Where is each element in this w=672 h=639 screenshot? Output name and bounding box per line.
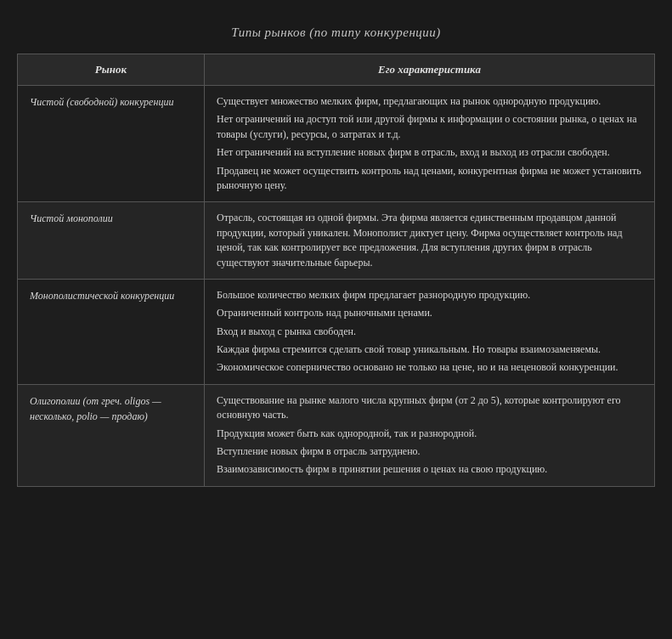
table-row: Чистой монополииОтрасль, состоящая из од…: [18, 202, 655, 280]
table-row: Олигополии (от греч. oligos — несколько,…: [18, 384, 655, 486]
market-table: Рынок Его характеристика Чистой (свободн…: [17, 54, 655, 487]
characteristic-item: Экономическое соперничество основано не …: [217, 360, 642, 375]
market-name: Монополистической конкуренции: [30, 290, 174, 302]
characteristic-item: Вход и выход с рынка свободен.: [217, 325, 642, 339]
characteristic-item: Существование на рынке малого числа круп…: [217, 393, 642, 423]
market-characteristics-cell: Большое количество мелких фирм предлагае…: [205, 279, 655, 384]
table-row: Чистой (свободной) конкуренцииСуществует…: [18, 86, 655, 202]
characteristic-item: Отрасль, состоящая из одной фирмы. Эта ф…: [217, 211, 642, 270]
market-characteristics-cell: Существование на рынке малого числа круп…: [205, 384, 655, 486]
market-name-cell: Чистой монополии: [18, 202, 205, 280]
table-row: Монополистической конкуренцииБольшое кол…: [18, 279, 655, 384]
characteristic-item: Вступление новых фирм в отрасль затрудне…: [217, 444, 642, 459]
market-name-cell: Чистой (свободной) конкуренции: [18, 86, 205, 202]
col-header-characteristics: Его характеристика: [205, 54, 655, 86]
market-name-cell: Монополистической конкуренции: [18, 279, 205, 384]
characteristic-item: Взаимозависимость фирм в принятии решени…: [217, 462, 642, 477]
characteristic-item: Нет ограничений на доступ той или другой…: [217, 112, 642, 142]
col-header-market: Рынок: [18, 54, 205, 86]
characteristic-item: Продавец не может осуществить контроль н…: [217, 164, 642, 194]
characteristic-item: Ограниченный контроль над рыночными цена…: [217, 306, 642, 320]
market-characteristics-cell: Существует множество мелких фирм, предла…: [205, 86, 655, 202]
characteristic-item: Существует множество мелких фирм, предла…: [217, 94, 642, 109]
market-name: Олигополии (от греч. oligos — несколько,…: [30, 395, 161, 422]
table-header-row: Рынок Его характеристика: [18, 54, 655, 86]
market-name-cell: Олигополии (от греч. oligos — несколько,…: [18, 384, 205, 486]
characteristic-item: Каждая фирма стремится сделать свой това…: [217, 342, 642, 357]
characteristic-item: Нет ограничений на вступление новых фирм…: [217, 145, 642, 160]
market-name: Чистой (свободной) конкуренции: [30, 96, 173, 108]
page-title: Типы рынков (по типу конкуренции): [17, 25, 655, 40]
page-container: Типы рынков (по типу конкуренции) Рынок …: [17, 17, 655, 495]
characteristic-item: Большое количество мелких фирм предлагае…: [217, 288, 642, 303]
market-name: Чистой монополии: [30, 212, 113, 224]
market-characteristics-cell: Отрасль, состоящая из одной фирмы. Эта ф…: [205, 202, 655, 280]
characteristic-item: Продукция может быть как однородной, так…: [217, 427, 642, 441]
